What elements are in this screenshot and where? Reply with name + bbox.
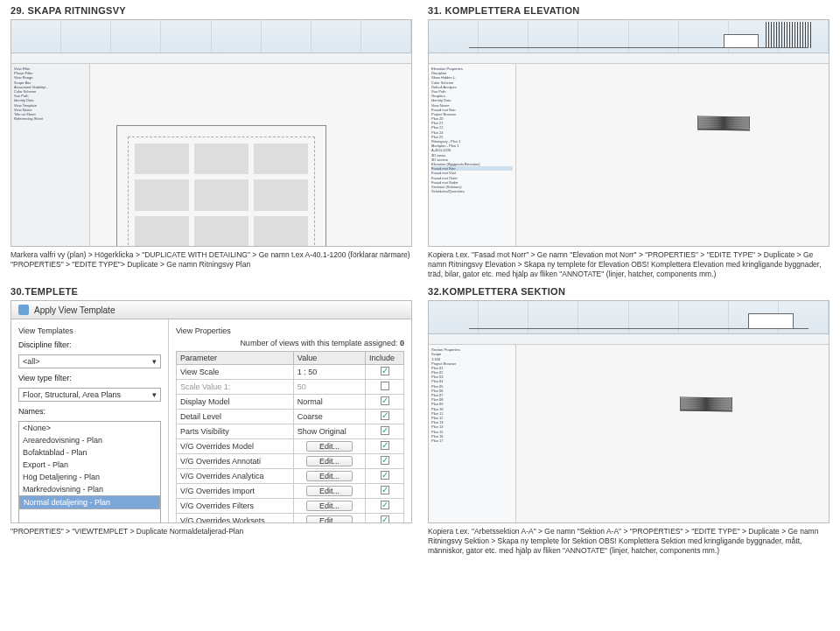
param-name: V/G Overrides Analytica xyxy=(177,469,294,484)
edit-button[interactable]: Edit... xyxy=(306,441,353,452)
section-32-title: 32.KOMPLETTERA SEKTION xyxy=(428,286,830,297)
edit-button[interactable]: Edit... xyxy=(306,486,353,496)
param-value[interactable]: Normal xyxy=(293,395,365,410)
section-31-caption: Kopiera t.ex. "Fasad mot Norr" > Ge namn… xyxy=(428,250,830,279)
include-checkbox[interactable] xyxy=(381,367,389,375)
parameters-table: Parameter Value Include View Scale1 : 50… xyxy=(176,351,404,523)
names-label: Names: xyxy=(18,407,161,416)
include-cell[interactable] xyxy=(366,424,404,439)
template-name-item[interactable]: <None> xyxy=(19,422,160,434)
template-name-item[interactable]: Normal detaljering - Plan xyxy=(19,495,160,509)
view-properties-heading: View Properties xyxy=(176,326,404,335)
template-name-item[interactable]: Arearedovisning - Plan xyxy=(19,434,160,446)
table-row: View Scale1 : 50 xyxy=(177,365,404,380)
param-value[interactable]: Edit... xyxy=(293,484,365,499)
revit-subribbon xyxy=(11,53,411,64)
param-name: V/G Overrides Annotati xyxy=(177,454,294,469)
template-name-item[interactable]: Export - Plan xyxy=(19,459,160,471)
section-30-title: 30.TEMPLETE xyxy=(10,286,412,297)
project-browser-31: Elevation PropertiesDisciplineShow Hidde… xyxy=(429,64,516,246)
include-cell[interactable] xyxy=(366,469,404,484)
project-browser-32: Section PropertiesScope1:100Project Brow… xyxy=(429,345,516,522)
include-checkbox[interactable] xyxy=(381,426,389,435)
include-checkbox[interactable] xyxy=(381,441,389,450)
adjacent-building xyxy=(724,34,759,48)
include-cell[interactable] xyxy=(366,454,404,469)
assigned-count-label: Number of views with this template assig… xyxy=(240,339,397,347)
include-checkbox[interactable] xyxy=(381,501,389,509)
param-value[interactable]: Coarse xyxy=(293,410,365,424)
screenshot-32: Section PropertiesScope1:100Project Brow… xyxy=(428,300,830,523)
param-value[interactable]: 1 : 50 xyxy=(293,365,365,380)
revit-ribbon xyxy=(11,20,411,53)
table-row: V/G Overrides AnnotatiEdit... xyxy=(177,454,404,469)
chevron-down-icon: ▾ xyxy=(152,390,157,399)
view-properties-panel: View Properties Number of views with thi… xyxy=(169,319,411,523)
param-name: View Scale xyxy=(177,365,294,380)
floor-plan xyxy=(116,125,326,247)
names-listbox[interactable]: <None>Arearedovisning - PlanBofaktablad … xyxy=(18,421,161,523)
edit-button[interactable]: Edit... xyxy=(306,515,353,523)
param-value[interactable]: Edit... xyxy=(293,454,365,469)
param-value[interactable]: Edit... xyxy=(293,514,365,524)
include-cell[interactable] xyxy=(366,365,404,380)
include-checkbox[interactable] xyxy=(381,471,389,480)
edit-button[interactable]: Edit... xyxy=(306,456,353,466)
include-checkbox[interactable] xyxy=(381,382,389,390)
table-row: V/G Overrides ImportEdit... xyxy=(177,484,404,499)
ground-line xyxy=(469,328,808,329)
apply-view-template-dialog: Apply View Template View Templates Disci… xyxy=(11,301,411,522)
table-row: V/G Overrides FiltersEdit... xyxy=(177,499,404,514)
include-checkbox[interactable] xyxy=(381,515,389,523)
dialog-icon xyxy=(18,305,29,315)
include-cell[interactable] xyxy=(366,410,404,424)
col-value: Value xyxy=(293,352,365,365)
discipline-filter-select[interactable]: <all> ▾ xyxy=(18,354,161,368)
include-checkbox[interactable] xyxy=(381,456,389,465)
param-value[interactable]: 50 xyxy=(293,380,365,395)
include-checkbox[interactable] xyxy=(381,411,389,420)
template-name-item[interactable]: Bofaktablad - Plan xyxy=(19,446,160,459)
view-templates-panel: View Templates Discipline filter: <all> … xyxy=(11,319,169,523)
adjacent-building xyxy=(748,313,794,329)
revit-subribbon xyxy=(429,53,829,64)
param-name: Display Model xyxy=(177,395,294,410)
include-cell[interactable] xyxy=(366,380,404,395)
section-32: 32.KOMPLETTERA SEKTION Section Propertie… xyxy=(428,286,830,556)
include-cell[interactable] xyxy=(366,395,404,410)
section-30: 30.TEMPLETE Apply View Template View Tem… xyxy=(10,286,412,556)
include-cell[interactable] xyxy=(366,514,404,524)
param-name: Scale Value 1: xyxy=(177,380,294,395)
param-value[interactable]: Show Original xyxy=(293,424,365,439)
section-31-title: 31. KOMPLETTERA ELEVATION xyxy=(428,5,830,16)
param-value[interactable]: Edit... xyxy=(293,469,365,484)
table-row: V/G Overrides WorksetsEdit... xyxy=(177,514,404,524)
edit-button[interactable]: Edit... xyxy=(306,501,353,511)
view-type-filter-label: View type filter: xyxy=(18,374,161,382)
include-checkbox[interactable] xyxy=(381,486,389,494)
section-29-title: 29. SKAPA RITNINGSVY xyxy=(10,5,412,16)
hatch-pattern xyxy=(766,22,811,48)
template-name-item[interactable]: Hög Detaljering - Plan xyxy=(19,471,160,483)
param-name: V/G Overrides Filters xyxy=(177,499,294,514)
table-row: V/G Overrides AnalyticaEdit... xyxy=(177,469,404,484)
param-value[interactable]: Edit... xyxy=(293,499,365,514)
param-value[interactable]: Edit... xyxy=(293,439,365,454)
param-name: Detail Level xyxy=(177,410,294,424)
edit-button[interactable]: Edit... xyxy=(306,471,353,481)
include-checkbox[interactable] xyxy=(381,396,389,405)
include-cell[interactable] xyxy=(366,484,404,499)
include-cell[interactable] xyxy=(366,439,404,454)
param-name: Parts Visibility xyxy=(177,424,294,439)
screenshot-29: View FilterPhase FilterView RangeScope B… xyxy=(10,19,412,247)
table-row: Display ModelNormal xyxy=(177,395,404,410)
section-32-caption: Kopiera t.ex. "Arbetssektion A-A" > Ge n… xyxy=(428,527,830,556)
view-type-filter-select[interactable]: Floor, Structural, Area Plans ▾ xyxy=(18,388,161,402)
param-name: V/G Overrides Import xyxy=(177,484,294,499)
template-name-item[interactable]: Markredovisning - Plan xyxy=(19,483,160,495)
col-parameter: Parameter xyxy=(177,352,294,365)
include-cell[interactable] xyxy=(366,499,404,514)
param-name: V/G Overrides Model xyxy=(177,439,294,454)
view-templates-heading: View Templates xyxy=(18,326,161,335)
screenshot-31: Elevation PropertiesDisciplineShow Hidde… xyxy=(428,19,830,247)
